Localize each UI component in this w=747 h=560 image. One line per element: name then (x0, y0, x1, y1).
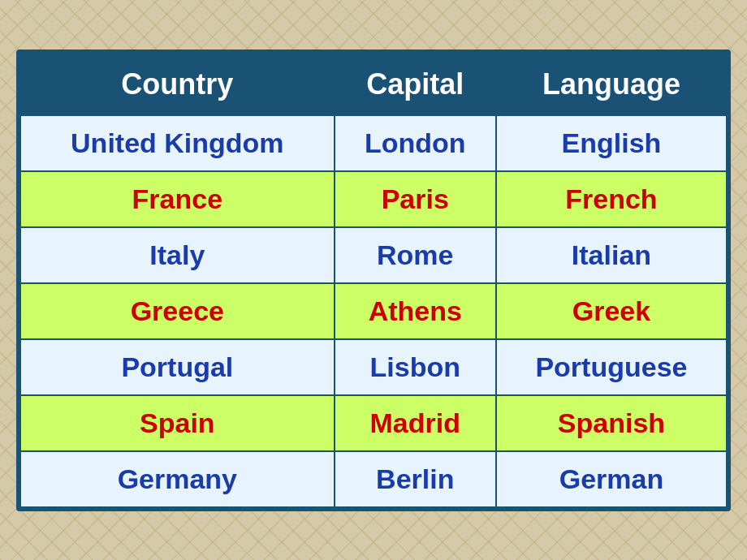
column-header-country: Country (20, 54, 335, 115)
countries-table: Country Capital Language United KingdomL… (19, 53, 728, 508)
cell-capital: Rome (335, 227, 496, 283)
column-header-capital: Capital (335, 54, 496, 115)
table-row: ItalyRomeItalian (20, 227, 727, 283)
cell-country: Greece (20, 283, 335, 339)
cell-language: Italian (496, 227, 727, 283)
cell-capital: London (335, 115, 496, 171)
table-row: FranceParisFrench (20, 171, 727, 227)
cell-language: German (496, 451, 727, 507)
cell-language: Spanish (496, 395, 727, 451)
cell-country: Italy (20, 227, 335, 283)
cell-country: Germany (20, 451, 335, 507)
table-header-row: Country Capital Language (20, 54, 727, 115)
table-row: PortugalLisbonPortuguese (20, 339, 727, 395)
cell-country: Portugal (20, 339, 335, 395)
cell-capital: Athens (335, 283, 496, 339)
table-row: SpainMadridSpanish (20, 395, 727, 451)
column-header-language: Language (496, 54, 727, 115)
table-row: GermanyBerlinGerman (20, 451, 727, 507)
cell-country: France (20, 171, 335, 227)
cell-language: French (496, 171, 727, 227)
cell-country: United Kingdom (20, 115, 335, 171)
countries-table-wrapper: Country Capital Language United KingdomL… (16, 50, 731, 511)
cell-language: Greek (496, 283, 727, 339)
cell-capital: Paris (335, 171, 496, 227)
cell-language: English (496, 115, 727, 171)
cell-capital: Madrid (335, 395, 496, 451)
cell-capital: Lisbon (335, 339, 496, 395)
cell-country: Spain (20, 395, 335, 451)
table-row: GreeceAthensGreek (20, 283, 727, 339)
table-row: United KingdomLondonEnglish (20, 115, 727, 171)
cell-language: Portuguese (496, 339, 727, 395)
cell-capital: Berlin (335, 451, 496, 507)
